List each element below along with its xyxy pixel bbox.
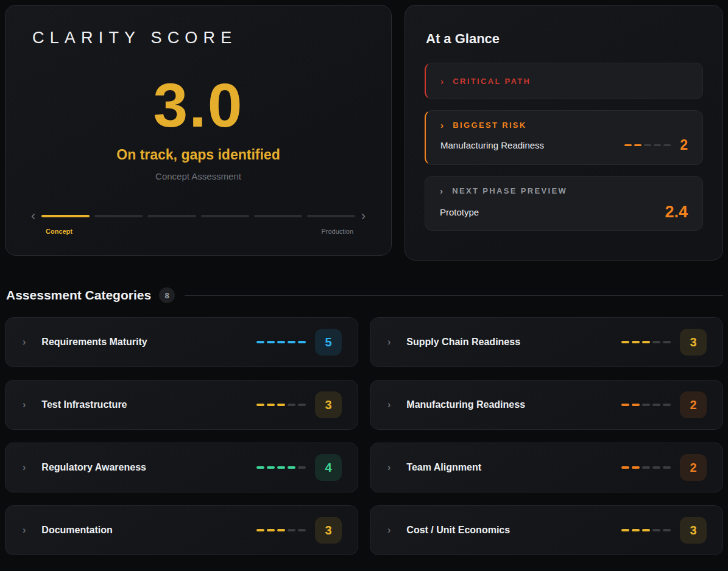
score-dashes: [256, 466, 306, 469]
stepper-labels: Concept Production: [46, 228, 353, 235]
stepper-segment: [307, 215, 355, 217]
category-card[interactable]: › Team Alignment 2: [370, 443, 723, 492]
stepper-segments: [41, 215, 355, 217]
dash-filled: [277, 404, 285, 406]
stepper-start-label: Concept: [46, 228, 72, 235]
biggest-risk-header: › BIGGEST RISK: [440, 120, 688, 130]
category-card[interactable]: › Manufacturing Readiness 2: [370, 380, 723, 430]
dash-empty: [298, 466, 306, 469]
score-dashes: [256, 404, 306, 406]
stepper-segment: [94, 215, 143, 217]
category-label: Documentation: [41, 525, 112, 536]
category-label: Cost / Unit Economics: [406, 525, 510, 536]
dash-empty: [652, 404, 660, 406]
clarity-score-title: CLARITY SCORE: [32, 29, 367, 47]
category-card[interactable]: › Requirements Maturity 5: [5, 317, 358, 367]
dash-filled: [621, 404, 629, 406]
stepper-segment: [201, 215, 249, 217]
dash-filled: [277, 466, 285, 469]
next-phase-header: › NEXT PHASE PREVIEW: [440, 186, 688, 196]
dash-filled: [298, 341, 306, 343]
category-label: Requirements Maturity: [41, 337, 147, 348]
score-dashes: [621, 466, 671, 469]
category-score-badge: 3: [680, 517, 707, 544]
dash-empty: [663, 341, 671, 343]
next-phase-item[interactable]: › NEXT PHASE PREVIEW Prototype 2.4: [425, 176, 703, 231]
dash-filled: [256, 466, 264, 469]
chevron-right-icon: ›: [387, 525, 391, 536]
dash-filled: [632, 404, 640, 406]
category-score-badge: 2: [680, 454, 707, 481]
dash-filled: [267, 466, 275, 469]
category-label: Manufacturing Readiness: [406, 399, 525, 410]
score-block: 3.0 On track, gaps identified Concept As…: [30, 73, 367, 181]
chevron-right-icon: ›: [387, 462, 391, 473]
next-phase-row: Prototype 2.4: [440, 203, 688, 222]
dash-filled: [634, 144, 641, 147]
categories-count-badge: 8: [159, 287, 175, 303]
category-score-badge: 3: [315, 391, 342, 418]
dash-empty: [652, 529, 660, 531]
stepper-end-label: Production: [321, 228, 353, 235]
category-score-badge: 5: [315, 329, 342, 356]
chevron-right-icon: ›: [440, 120, 445, 130]
at-a-glance-card: At a Glance › CRITICAL PATH › BIGGEST RI…: [405, 5, 723, 261]
dash-filled: [621, 529, 629, 531]
chevron-right-icon: ›: [23, 337, 26, 348]
score-dashes: [256, 529, 306, 531]
clarity-score-status: On track, gaps identified: [30, 147, 367, 163]
dash-filled: [621, 466, 629, 469]
categories-grid: › Requirements Maturity 5 › Supply Chain…: [5, 317, 723, 555]
chevron-right-icon: ›: [387, 337, 391, 348]
category-label: Team Alignment: [406, 462, 481, 473]
next-phase-name: Prototype: [440, 207, 656, 217]
score-dashes: [256, 341, 306, 343]
stepper-segment-active: [41, 215, 90, 217]
dash-filled: [288, 341, 295, 343]
category-label: Regulatory Awareness: [41, 462, 146, 473]
clarity-score-card: CLARITY SCORE 3.0 On track, gaps identif…: [5, 5, 392, 256]
dash-empty: [288, 529, 295, 531]
dash-filled: [277, 341, 285, 343]
biggest-risk-score: 2: [680, 137, 688, 153]
dash-filled: [642, 341, 650, 343]
stepper-segment: [147, 215, 196, 217]
category-score-badge: 4: [315, 454, 342, 481]
dash-filled: [621, 341, 629, 343]
category-card[interactable]: › Cost / Unit Economics 3: [370, 505, 723, 555]
section-divider: [185, 295, 723, 296]
category-label: Test Infrastructure: [41, 399, 127, 410]
critical-path-header: › CRITICAL PATH: [440, 76, 531, 86]
dash-filled: [642, 529, 650, 531]
dash-filled: [267, 341, 275, 343]
biggest-risk-category: Manufacturing Readiness: [440, 140, 624, 150]
stepper-prev-button[interactable]: ‹: [30, 209, 37, 223]
score-dashes: [621, 529, 671, 531]
dash-empty: [298, 404, 306, 406]
category-card[interactable]: › Documentation 3: [5, 505, 358, 555]
stepper-segment: [254, 215, 302, 217]
category-card[interactable]: › Supply Chain Readiness 3: [370, 317, 723, 367]
dash-empty: [663, 466, 671, 469]
dash-empty: [663, 144, 671, 147]
category-card[interactable]: › Test Infrastructure 3: [5, 380, 358, 430]
dash-empty: [652, 466, 660, 469]
stepper-next-button[interactable]: ›: [360, 209, 367, 223]
critical-path-label: CRITICAL PATH: [453, 77, 531, 86]
dash-empty: [642, 466, 650, 469]
chevron-right-icon: ›: [387, 399, 391, 410]
dash-empty: [288, 404, 295, 406]
critical-path-item[interactable]: › CRITICAL PATH: [425, 63, 703, 99]
biggest-risk-item[interactable]: › BIGGEST RISK Manufacturing Readiness 2: [425, 110, 703, 165]
score-dashes: [624, 144, 671, 147]
glance-title: At a Glance: [426, 31, 703, 47]
score-dashes: [621, 341, 671, 343]
next-phase-score: 2.4: [665, 203, 688, 222]
dash-filled: [256, 529, 264, 531]
score-dashes: [621, 404, 671, 406]
dash-empty: [652, 341, 660, 343]
category-score-badge: 2: [680, 391, 707, 418]
next-phase-label: NEXT PHASE PREVIEW: [452, 186, 567, 195]
category-card[interactable]: › Regulatory Awareness 4: [5, 443, 358, 492]
dash-empty: [298, 529, 306, 531]
